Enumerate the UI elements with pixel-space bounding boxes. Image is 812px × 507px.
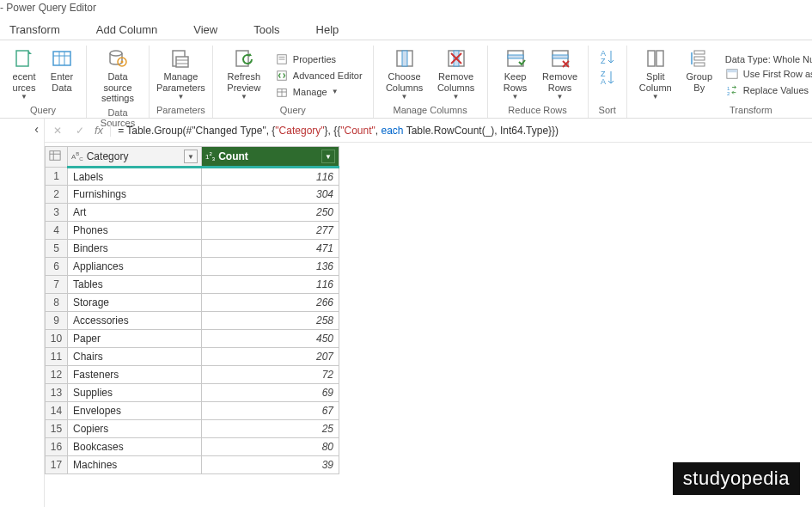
cell-category[interactable]: Accessories xyxy=(68,312,202,330)
table-row[interactable]: 1Labels116 xyxy=(46,168,339,186)
cell-category[interactable]: Binders xyxy=(68,240,202,258)
menu-tools[interactable]: Tools xyxy=(248,21,284,38)
enter-data-button[interactable]: Enter Data xyxy=(45,46,79,103)
cell-count[interactable]: 250 xyxy=(202,204,339,222)
menu-add-column[interactable]: Add Column xyxy=(91,21,163,38)
cell-category[interactable]: Art xyxy=(68,204,202,222)
row-number[interactable]: 10 xyxy=(46,330,68,348)
table-row[interactable]: 14Envelopes67 xyxy=(46,402,339,420)
cell-count[interactable]: 69 xyxy=(202,384,339,402)
cell-category[interactable]: Chairs xyxy=(68,348,202,366)
table-row[interactable]: 3Art250 xyxy=(46,204,339,222)
expand-panel-icon[interactable]: ‹ xyxy=(34,122,39,136)
row-number[interactable]: 1 xyxy=(46,168,68,186)
row-number[interactable]: 17 xyxy=(46,456,68,474)
row-number[interactable]: 6 xyxy=(46,258,68,276)
row-number[interactable]: 16 xyxy=(46,438,68,456)
cell-count[interactable]: 25 xyxy=(202,420,339,438)
properties-button[interactable]: Properties xyxy=(272,52,366,67)
datasource-settings-button[interactable]: Data source settings xyxy=(94,46,142,106)
row-number[interactable]: 11 xyxy=(46,348,68,366)
choose-columns-button[interactable]: Choose Columns▼ xyxy=(381,46,429,103)
cell-count[interactable]: 67 xyxy=(202,402,339,420)
table-row[interactable]: 5Binders471 xyxy=(46,240,339,258)
remove-rows-button[interactable]: Remove Rows▼ xyxy=(540,46,581,103)
data-type-button[interactable]: Data Type: Whole Number ▼ xyxy=(722,53,812,65)
column-header-category[interactable]: ABC Category ▼ xyxy=(68,147,202,168)
advanced-editor-button[interactable]: Advanced Editor xyxy=(272,68,366,83)
first-row-headers-button[interactable]: Use First Row as Headers ▼ xyxy=(722,66,812,82)
fx-icon[interactable]: fx xyxy=(95,124,103,137)
cell-category[interactable]: Paper xyxy=(68,330,202,348)
filter-button-category[interactable]: ▼ xyxy=(184,150,198,163)
cell-count[interactable]: 450 xyxy=(202,330,339,348)
cell-count[interactable]: 80 xyxy=(202,438,339,456)
table-row[interactable]: 16Bookcases80 xyxy=(46,438,339,456)
cell-count[interactable]: 304 xyxy=(202,186,339,204)
remove-columns-button[interactable]: Remove Columns▼ xyxy=(432,46,480,103)
cell-count[interactable]: 116 xyxy=(202,168,339,186)
cell-count[interactable]: 136 xyxy=(202,258,339,276)
split-column-button[interactable]: Split Column▼ xyxy=(634,46,677,103)
table-row[interactable]: 2Furnishings304 xyxy=(46,186,339,204)
cell-count[interactable]: 39 xyxy=(202,456,339,474)
column-header-count[interactable]: 123 Count ▼ xyxy=(202,147,339,168)
manage-button[interactable]: Manage ▼ xyxy=(272,84,366,100)
cell-category[interactable]: Tables xyxy=(68,276,202,294)
row-number[interactable]: 9 xyxy=(46,312,68,330)
row-number[interactable]: 7 xyxy=(46,276,68,294)
keep-rows-button[interactable]: Keep Rows▼ xyxy=(495,46,536,103)
table-row[interactable]: 13Supplies69 xyxy=(46,384,339,402)
table-row[interactable]: 8Storage266 xyxy=(46,294,339,312)
cell-count[interactable]: 207 xyxy=(202,348,339,366)
cell-count[interactable]: 258 xyxy=(202,312,339,330)
menu-transform[interactable]: Transform xyxy=(4,21,65,38)
table-row[interactable]: 15Copiers25 xyxy=(46,420,339,438)
cell-count[interactable]: 471 xyxy=(202,240,339,258)
row-number[interactable]: 4 xyxy=(46,222,68,240)
cell-count[interactable]: 116 xyxy=(202,276,339,294)
row-number[interactable]: 15 xyxy=(46,420,68,438)
refresh-preview-button[interactable]: Refresh Preview▼ xyxy=(220,46,268,103)
cell-category[interactable]: Machines xyxy=(68,456,202,474)
menu-view[interactable]: View xyxy=(188,21,223,38)
replace-values-button[interactable]: 12 Replace Values xyxy=(722,82,812,98)
formula-text[interactable]: = Table.Group(#"Changed Type", {"Categor… xyxy=(110,125,807,137)
data-grid[interactable]: ABC Category ▼ 123 Count ▼ xyxy=(45,146,339,474)
formula-cancel-button[interactable]: ✕ xyxy=(50,125,65,137)
row-number[interactable]: 8 xyxy=(46,294,68,312)
sort-asc-button[interactable]: AZ ZA xyxy=(599,46,616,103)
corner-cell[interactable] xyxy=(46,147,68,168)
cell-category[interactable]: Copiers xyxy=(68,420,202,438)
cell-category[interactable]: Furnishings xyxy=(68,186,202,204)
table-row[interactable]: 10Paper450 xyxy=(46,330,339,348)
cell-category[interactable]: Phones xyxy=(68,222,202,240)
row-number[interactable]: 3 xyxy=(46,204,68,222)
cell-category[interactable]: Appliances xyxy=(68,258,202,276)
row-number[interactable]: 14 xyxy=(46,402,68,420)
row-number[interactable]: 12 xyxy=(46,366,68,384)
cell-count[interactable]: 266 xyxy=(202,294,339,312)
menu-help[interactable]: Help xyxy=(311,21,345,38)
queries-panel-collapsed[interactable]: ‹ xyxy=(0,119,45,507)
row-number[interactable]: 2 xyxy=(46,186,68,204)
cell-count[interactable]: 72 xyxy=(202,366,339,384)
formula-commit-button[interactable]: ✓ xyxy=(72,125,88,137)
group-by-button[interactable]: Group By xyxy=(681,46,718,103)
table-row[interactable]: 9Accessories258 xyxy=(46,312,339,330)
row-number[interactable]: 5 xyxy=(46,240,68,258)
recent-sources-button[interactable]: ecent urces▼ xyxy=(7,46,41,103)
cell-category[interactable]: Bookcases xyxy=(68,438,202,456)
cell-category[interactable]: Fasteners xyxy=(68,366,202,384)
cell-category[interactable]: Labels xyxy=(68,168,202,186)
table-row[interactable]: 7Tables116 xyxy=(46,276,339,294)
manage-parameters-button[interactable]: Manage Parameters▼ xyxy=(156,46,205,103)
row-number[interactable]: 13 xyxy=(46,384,68,402)
table-row[interactable]: 12Fasteners72 xyxy=(46,366,339,384)
cell-category[interactable]: Supplies xyxy=(68,384,202,402)
cell-category[interactable]: Storage xyxy=(68,294,202,312)
cell-category[interactable]: Envelopes xyxy=(68,402,202,420)
cell-count[interactable]: 277 xyxy=(202,222,339,240)
table-row[interactable]: 6Appliances136 xyxy=(46,258,339,276)
filter-button-count[interactable]: ▼ xyxy=(321,150,335,163)
